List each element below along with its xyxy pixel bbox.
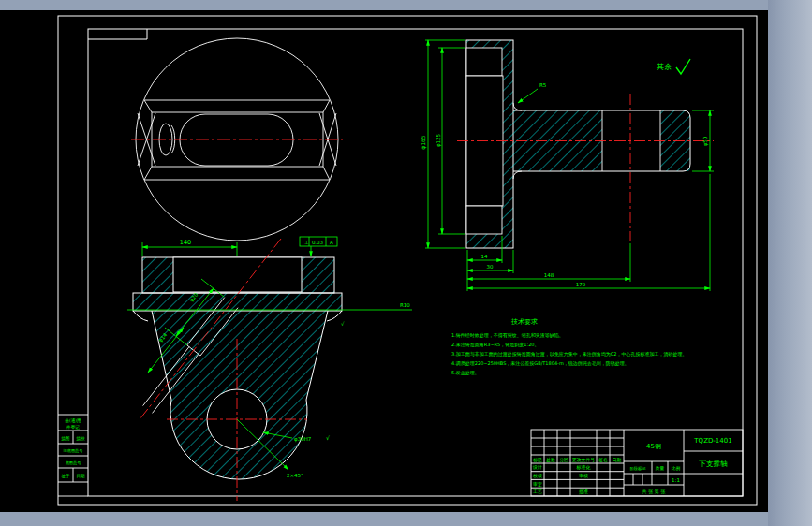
dim-chamfer: 2×45°	[287, 473, 303, 478]
dim-hole: φ30H7	[294, 436, 312, 443]
strip-signature: 签字	[61, 474, 70, 478]
strip-date: 日期	[76, 474, 85, 479]
roughness-mark-2: √	[341, 321, 345, 327]
gdt-value: 0.03	[312, 240, 324, 245]
tb-sign-process: 工艺	[533, 489, 542, 494]
tb-header-col-1: 标记	[532, 458, 542, 463]
cad-screenshot: 140 ⊥ 0.03 A φ30H7 √ 2×45° R10 √ φ20 φ14	[0, 0, 812, 526]
tb-sign-approve1: 审定	[533, 481, 542, 488]
dim-d4: 170	[576, 282, 586, 287]
tb-header-col-2: 处数	[546, 457, 555, 463]
side-section-view	[457, 40, 714, 248]
dim-top-width: 140	[180, 239, 191, 246]
tb-sign-standard: 标准化	[576, 464, 591, 471]
strip-row1-line2: 件登记	[66, 424, 80, 430]
note-line-1: 1.铸件经时效处理，不得有裂纹、缩孔和夹渣等缺陷。	[451, 332, 564, 339]
strip-trace: 描图	[60, 436, 69, 442]
tb-part-name: 下支撑轴	[700, 460, 729, 468]
tb-header-col-6: 日期	[613, 458, 622, 462]
tb-sign-approve2: 批准	[579, 489, 588, 495]
strip-old-master: 旧底图总号	[64, 448, 84, 453]
gdt-symbol: ⊥	[304, 240, 309, 245]
tb-sign-audit: 审核	[579, 473, 588, 478]
tb-header-col-3: 分区	[559, 458, 568, 462]
tb-header-col-5: 签名	[598, 458, 608, 463]
tb-sign-design: 设计	[532, 464, 542, 470]
dim-d1: 14	[481, 254, 488, 259]
dim-d2: 30	[487, 264, 494, 270]
notes-title: 技术要求	[510, 318, 538, 326]
strip-master-no: 底图总号	[66, 460, 82, 465]
tb-scale-label: 比例	[672, 466, 681, 472]
note-line-5: 5.发蓝处理。	[451, 370, 480, 376]
note-line-2: 2.未注铸造圆角R3~R5，铸造斜度1:20。	[451, 342, 539, 348]
note-line-3: 3.加工面与非加工面的过渡处按铸造圆角过渡，以免应力集中，未注倒角均为C2，中心…	[451, 351, 687, 358]
tb-drawing-number: TQZD-1401	[693, 437, 731, 445]
tb-mass-label: 质量	[655, 465, 665, 471]
surface-check-icon	[676, 59, 690, 74]
strip-row1-line1: 借(通)用	[64, 417, 81, 424]
dim-d3: 148	[544, 272, 554, 278]
dim-fillet: R5	[539, 82, 547, 88]
gdt-datum: A	[330, 240, 333, 245]
tb-sign-check: 校核	[532, 473, 542, 478]
tb-stage-label: 阶段标记	[630, 466, 647, 472]
dim-edge-radius: R10	[400, 302, 410, 308]
strip-trace-check: 描校	[75, 436, 85, 442]
roughness-mark: √	[326, 434, 330, 441]
tb-header-col-4: 更改文件号	[572, 457, 595, 462]
surface-note-label: 其余	[657, 63, 672, 71]
tb-material: 45钢	[646, 443, 661, 450]
tb-sheet-note: 共 张 第 张	[642, 489, 666, 495]
dim-flange-od: φ165	[420, 135, 427, 150]
note-line-4: 4.调质处理220~250HBS，未注公差按GB/T1804-m，锐边倒钝去毛刺…	[451, 360, 629, 367]
front-section-view	[133, 239, 342, 501]
dim-flange-bore: φ125	[436, 133, 442, 147]
drawing-linework: 140 ⊥ 0.03 A φ30H7 √ 2×45° R10 √ φ20 φ14	[0, 0, 812, 526]
dim-shaft-dia: φ50	[702, 136, 709, 146]
tb-scale-value: 1:1	[672, 477, 680, 483]
